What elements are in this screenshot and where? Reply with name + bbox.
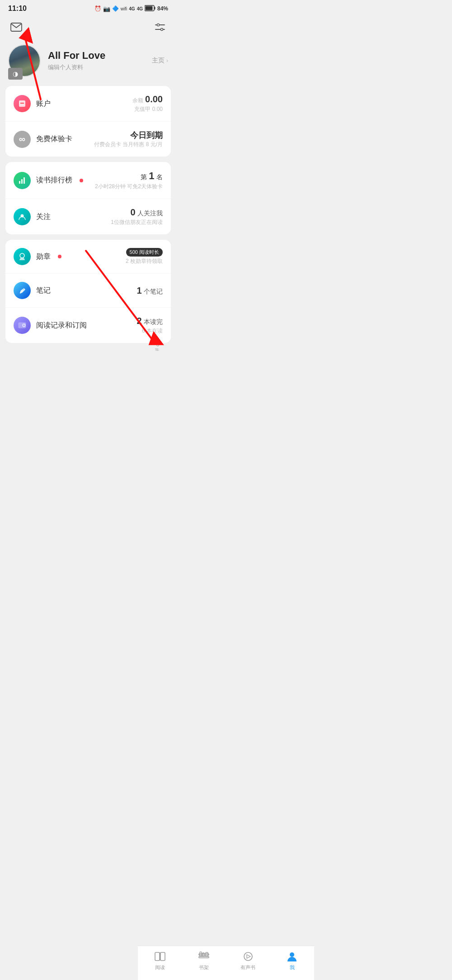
balance-label: 余额	[132, 97, 143, 104]
bluetooth-icon: 🔷	[112, 5, 119, 12]
achieve-badge-row: 500 阅读时长	[126, 248, 163, 257]
rank-suffix: 名	[156, 173, 163, 181]
reading-record-row[interactable]: 阅读记录和订阅 2 本读完 6 本在读	[5, 308, 171, 343]
reading-count-display: 6 本在读	[137, 327, 163, 335]
follow-row[interactable]: 关注 0 人关注我 1位微信朋友正在阅读	[5, 199, 171, 234]
member-label: 免费体验卡	[36, 134, 72, 144]
settings-button[interactable]	[152, 19, 168, 35]
profile-info: All For Love 编辑个人资料	[48, 50, 145, 71]
signal-4g2-icon: 4G	[137, 6, 143, 11]
finished-count: 2	[137, 316, 141, 326]
achieve-label: 勋章	[36, 252, 51, 262]
rank-row[interactable]: 读书排行榜 第 1 名 2小时28分钟 可免2天体验卡	[5, 162, 171, 199]
notes-info: 1 个笔记	[137, 285, 163, 296]
profile-section: ◑ All For Love 编辑个人资料 主页 ›	[0, 41, 176, 86]
balance-value: 0.00	[145, 94, 163, 104]
follow-icon	[14, 208, 31, 225]
mail-button[interactable]	[8, 19, 24, 35]
member-row-left: ∞ 免费体验卡	[14, 131, 72, 148]
finished-display: 2 本读完	[137, 316, 163, 326]
profile-edit-label[interactable]: 编辑个人资料	[48, 63, 145, 71]
homepage-button[interactable]: 主页 ›	[152, 57, 168, 65]
achieve-row-left: 勋章	[14, 248, 61, 265]
status-bar: 11:10 ⏰ 📷 🔷 wifi 4G 4G 84%	[0, 0, 176, 15]
notes-count-display: 1 个笔记	[137, 285, 163, 296]
notes-count: 1	[137, 285, 141, 295]
member-expire: 今日到期 付费会员卡 当月特惠 8 元/月	[94, 130, 163, 148]
notes-row[interactable]: 笔记 1 个笔记	[5, 274, 171, 308]
rank-row-left: 读书排行榜	[14, 172, 83, 189]
svg-rect-12	[24, 177, 25, 184]
rank-prefix: 第	[141, 173, 147, 181]
notes-row-left: 笔记	[14, 282, 51, 299]
svg-rect-2	[145, 6, 152, 10]
expire-sub-label: 付费会员卡 当月特惠 8 元/月	[94, 141, 163, 148]
achieve-row[interactable]: 勋章 500 阅读时长 2 枚勋章待领取	[5, 240, 171, 274]
achieve-sub: 2 枚勋章待领取	[126, 257, 163, 265]
avatar-wrapper: ◑	[8, 44, 41, 77]
rank-num: 1	[149, 170, 154, 181]
rank-dot-badge	[80, 179, 83, 182]
reading-record-icon	[14, 317, 31, 334]
recharge-label: 充值甲 0.00	[132, 105, 163, 113]
account-icon	[14, 95, 31, 112]
rank-sub: 2小时28分钟 可免2天体验卡	[95, 183, 163, 190]
battery-icon	[145, 5, 155, 13]
follow-row-left: 关注	[14, 208, 51, 225]
status-icons: ⏰ 📷 🔷 wifi 4G 4G 84%	[94, 5, 168, 13]
profile-name: All For Love	[48, 50, 145, 62]
follow-label: 关注	[36, 212, 51, 222]
top-bar	[0, 15, 176, 41]
achieve-icon	[14, 248, 31, 265]
follow-sub: 1位微信朋友正在阅读	[111, 219, 163, 226]
member-row[interactable]: ∞ 免费体验卡 今日到期 付费会员卡 当月特惠 8 元/月	[5, 122, 171, 157]
status-time: 11:10	[8, 5, 27, 13]
rank-label: 读书排行榜	[36, 176, 72, 185]
svg-point-6	[157, 24, 160, 26]
expire-today-label: 今日到期	[94, 130, 163, 141]
alarm-icon: ⏰	[94, 5, 101, 12]
achieve-info: 500 阅读时长 2 枚勋章待领取	[126, 248, 163, 265]
rank-icon	[14, 172, 31, 189]
battery-percent: 84%	[157, 5, 168, 12]
balance-display: 余额 0.00	[132, 94, 163, 105]
achieve-notes-reading-card: 勋章 500 阅读时长 2 枚勋章待领取	[5, 240, 171, 343]
camera-icon: 📷	[103, 5, 110, 12]
reading-record-info: 2 本读完 6 本在读	[137, 316, 163, 335]
finished-label: 本读完	[144, 318, 163, 325]
svg-point-14	[20, 253, 24, 258]
chevron-right-icon: ›	[166, 57, 168, 64]
svg-rect-10	[19, 181, 20, 184]
account-row[interactable]: 账户 余额 0.00 充值甲 0.00	[5, 86, 171, 122]
notes-icon	[14, 282, 31, 299]
svg-rect-11	[21, 179, 23, 184]
theme-icon: ◑	[13, 70, 18, 77]
achieve-dot-badge	[58, 255, 61, 258]
follow-count-display: 0 人关注我	[111, 207, 163, 218]
wifi-icon: wifi	[121, 6, 127, 11]
notes-label: 笔记	[36, 286, 51, 295]
rank-info: 第 1 名 2小时28分钟 可免2天体验卡	[95, 170, 163, 190]
reading-time-badge: 500 阅读时长	[126, 248, 163, 257]
follow-label-text: 人关注我	[137, 209, 163, 217]
ap-label: AP #	[154, 339, 160, 351]
account-card: 账户 余额 0.00 充值甲 0.00 ∞ 免费体验卡	[5, 86, 171, 157]
reading-record-row-left: 阅读记录和订阅	[14, 317, 87, 334]
notes-count-label: 个笔记	[144, 288, 163, 295]
reading-record-label: 阅读记录和订阅	[36, 321, 87, 330]
theme-toggle-button[interactable]: ◑	[8, 68, 23, 80]
svg-point-7	[161, 29, 163, 31]
signal-4g-icon: 4G	[129, 6, 135, 11]
follow-count: 0	[130, 207, 135, 217]
rank-follow-card: 读书排行榜 第 1 名 2小时28分钟 可免2天体验卡	[5, 162, 171, 234]
account-row-left: 账户	[14, 95, 51, 112]
svg-rect-1	[154, 7, 155, 10]
account-balance: 余额 0.00 充值甲 0.00	[132, 94, 163, 113]
svg-rect-9	[20, 103, 24, 104]
account-label: 账户	[36, 99, 51, 109]
homepage-label: 主页	[152, 57, 165, 65]
member-icon: ∞	[14, 131, 31, 148]
rank-position: 第 1 名	[95, 170, 163, 182]
follow-info: 0 人关注我 1位微信朋友正在阅读	[111, 207, 163, 226]
